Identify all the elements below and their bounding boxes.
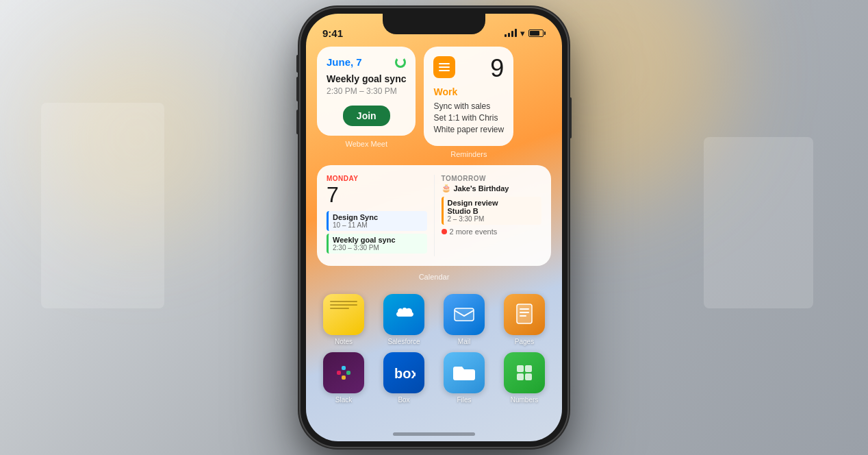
signal-icon: [505, 29, 517, 37]
app-mail[interactable]: Mail: [437, 294, 491, 345]
files-label: Files: [457, 396, 471, 404]
notes-icon: [323, 294, 364, 335]
webex-time: 2:30 PM – 3:30 PM: [327, 86, 406, 96]
design-review-time: 2 – 3:30 PM: [448, 215, 538, 223]
reminders-item-2: Set 1:1 with Chris: [433, 113, 504, 123]
apps-grid: Notes Salesforce Mail: [317, 294, 551, 404]
app-numbers[interactable]: Numbers: [498, 352, 551, 404]
weekly-sync-time: 2:30 – 3:30 PM: [333, 244, 423, 251]
more-events-label: 2 more events: [450, 228, 498, 236]
widgets-row-1: June, 7 Weekly goal sync 2:30 PM – 3:30 …: [317, 47, 551, 158]
svg-rect-0: [455, 308, 474, 321]
notes-label: Notes: [335, 338, 353, 345]
webex-date: June, 7: [327, 56, 362, 68]
status-time: 9:41: [322, 27, 343, 39]
files-icon: [444, 352, 485, 393]
svg-text:box: box: [394, 366, 416, 381]
app-salesforce[interactable]: Salesforce: [377, 294, 431, 345]
reminders-app-label: Reminders: [424, 150, 513, 158]
webex-indicator-icon: [395, 57, 406, 68]
more-events-dot: [442, 229, 447, 234]
birthday-name: Jake's Birthday: [454, 184, 509, 193]
svg-rect-2: [517, 304, 532, 323]
reminders-lines-icon: [439, 63, 450, 71]
reminders-count: 9: [490, 56, 504, 81]
reminders-item-3: White paper review: [433, 125, 504, 134]
volume-up-button: [296, 77, 299, 101]
webex-header: June, 7: [327, 56, 406, 68]
calendar-app-label: Calendar: [317, 273, 551, 281]
phone-screen: 9:41 ▾: [306, 14, 562, 441]
tomorrow-label: TOMORROW: [442, 175, 542, 182]
widget-webex-container: June, 7 Weekly goal sync 2:30 PM – 3:30 …: [317, 47, 416, 158]
slack-icon: [323, 352, 364, 393]
mail-label: Mail: [458, 338, 470, 345]
numbers-label: Numbers: [511, 396, 539, 404]
svg-rect-14: [517, 373, 524, 380]
box-label: Box: [398, 396, 409, 404]
cal-event-design-sync: Design Sync 10 – 11 AM: [327, 211, 427, 231]
svg-rect-7: [337, 371, 341, 375]
calendar-monday: MONDAY 7 Design Sync 10 – 11 AM Weekly g…: [327, 175, 435, 256]
home-indicator[interactable]: [393, 432, 475, 436]
widget-reminders-container: 9 Work Sync with sales Set 1:1 with Chri…: [424, 47, 513, 158]
svg-rect-4: [520, 308, 529, 310]
design-review-name: Design review: [448, 199, 538, 207]
widget-calendar-container: MONDAY 7 Design Sync 10 – 11 AM Weekly g…: [317, 165, 551, 281]
svg-rect-15: [525, 373, 532, 380]
salesforce-label: Salesforce: [387, 338, 420, 345]
phone-frame: 9:41 ▾: [301, 8, 567, 447]
wifi-icon: ▾: [520, 28, 525, 38]
monday-label: MONDAY: [327, 175, 427, 182]
silent-switch: [296, 55, 299, 73]
widget-webex[interactable]: June, 7 Weekly goal sync 2:30 PM – 3:30 …: [317, 47, 416, 136]
battery-icon: [528, 29, 546, 37]
reminders-header: 9: [433, 56, 504, 81]
svg-rect-5: [520, 312, 529, 313]
cal-event-design-review: Design review Studio B 2 – 3:30 PM: [442, 197, 542, 225]
more-events: 2 more events: [442, 228, 542, 236]
monday-date: 7: [327, 184, 427, 206]
numbers-icon: [504, 352, 545, 393]
svg-rect-13: [525, 365, 532, 372]
studio-b-name: Studio B: [448, 207, 538, 215]
svg-rect-6: [520, 315, 526, 317]
reminders-item-1: Sync with sales: [433, 101, 504, 111]
app-pages[interactable]: Pages: [498, 294, 551, 345]
cal-event-weekly-sync: Weekly goal sync 2:30 – 3:30 PM: [327, 234, 427, 254]
pages-label: Pages: [515, 338, 534, 345]
volume-down-button: [296, 110, 299, 134]
svg-rect-10: [342, 376, 346, 380]
app-files[interactable]: Files: [437, 352, 491, 404]
design-sync-name: Design Sync: [333, 213, 423, 221]
app-box[interactable]: box Box: [377, 352, 431, 404]
mail-icon: [444, 294, 485, 335]
webex-title: Weekly goal sync: [327, 73, 406, 84]
notch: [383, 14, 485, 34]
widget-reminders[interactable]: 9 Work Sync with sales Set 1:1 with Chri…: [424, 47, 513, 146]
box-icon: box: [383, 352, 424, 393]
webex-app-label: Webex Meet: [317, 140, 416, 148]
calendar-inner: MONDAY 7 Design Sync 10 – 11 AM Weekly g…: [327, 175, 541, 256]
birthday-icon: 🎂: [442, 184, 451, 193]
svg-rect-12: [517, 365, 524, 372]
power-button: [569, 97, 572, 138]
slack-label: Slack: [335, 396, 352, 404]
reminders-icon: [433, 56, 455, 78]
widgets-area: June, 7 Weekly goal sync 2:30 PM – 3:30 …: [317, 47, 551, 281]
calendar-tomorrow: TOMORROW 🎂 Jake's Birthday Design review…: [435, 175, 542, 256]
svg-rect-8: [342, 366, 346, 370]
salesforce-icon: [383, 294, 424, 335]
app-slack[interactable]: Slack: [317, 352, 370, 404]
status-icons: ▾: [505, 28, 546, 38]
pages-icon: [504, 294, 545, 335]
design-sync-time: 10 – 11 AM: [333, 221, 423, 229]
app-notes[interactable]: Notes: [317, 294, 370, 345]
birthday-row: 🎂 Jake's Birthday: [442, 184, 542, 193]
weekly-sync-name: Weekly goal sync: [333, 236, 423, 244]
reminders-category: Work: [433, 86, 504, 97]
widget-calendar[interactable]: MONDAY 7 Design Sync 10 – 11 AM Weekly g…: [317, 165, 551, 266]
svg-rect-9: [346, 371, 350, 375]
join-button[interactable]: Join: [343, 106, 390, 126]
